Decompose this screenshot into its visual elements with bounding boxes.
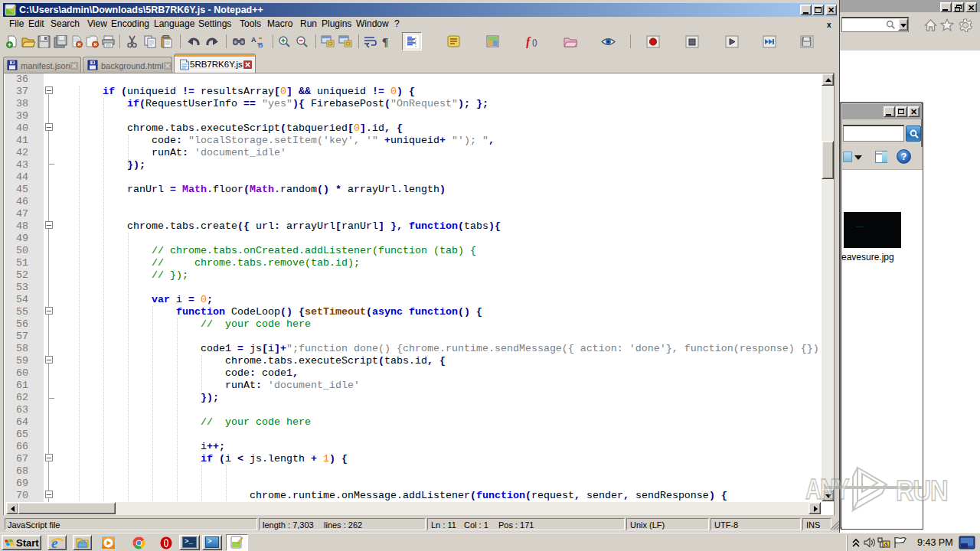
svg-text:A: A [251,36,256,44]
svg-text:B: B [258,41,263,48]
svg-text:f: f [526,35,531,48]
svg-text:(): () [532,38,537,47]
svg-text:¶: ¶ [382,36,388,48]
svg-text:e: e [51,536,58,550]
